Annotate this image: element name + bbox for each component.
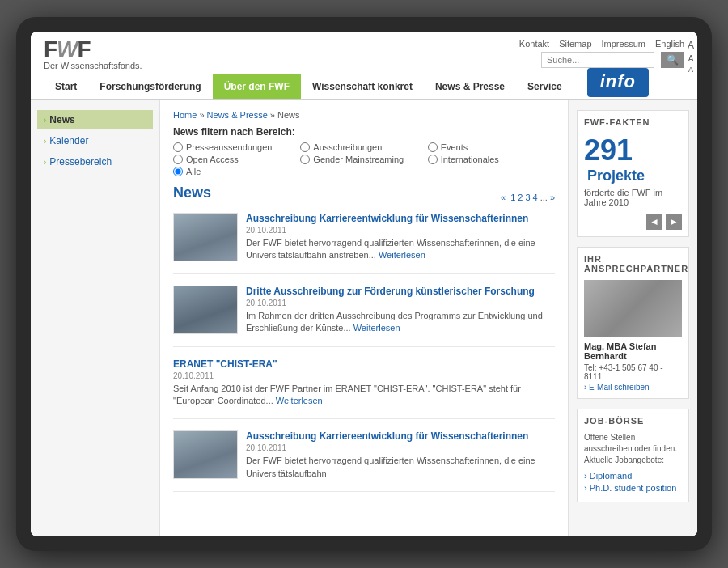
filter-section: News filtern nach Bereich: Presseaussend…: [173, 126, 555, 176]
news-body: ERANET "CHIST-ERA" 20.10.2011 Seit Anfan…: [173, 358, 555, 408]
news-body: Ausschreibung Karriereentwicklung für Wi…: [246, 430, 555, 480]
news-thumb: [173, 430, 238, 479]
page-1[interactable]: 1: [510, 193, 515, 202]
news-item: Ausschreibung Karriereentwicklung für Wi…: [173, 213, 555, 274]
nav-ueber[interactable]: Über den FWF: [213, 74, 301, 99]
fwf-prev-btn[interactable]: ◄: [646, 214, 662, 230]
sidebar-item-news[interactable]: › News: [37, 110, 153, 129]
filter-openaccess[interactable]: Open Access: [173, 155, 300, 164]
english-link[interactable]: English: [655, 39, 684, 49]
contact-photo: [584, 280, 682, 337]
news-date: 20.10.2011: [173, 371, 555, 380]
news-thumb: [173, 213, 238, 261]
news-date: 20.10.2011: [246, 443, 555, 452]
page-3[interactable]: 3: [525, 193, 530, 202]
news-date: 20.10.2011: [246, 299, 555, 307]
job-boerse-title: JOB-BÖRSE: [584, 416, 682, 426]
job-link-phd[interactable]: › Ph.D. student position: [584, 483, 682, 493]
top-right: Kontakt Sitemap Impressum English 🔍: [519, 39, 684, 68]
ansprechpartner-title: IHR ANSPRECHPARTNER: [584, 254, 682, 273]
device-frame: FWF Der Wissenschaftsfonds. Kontakt Site…: [16, 17, 712, 551]
news-text: Der FWF bietet hervorragend qualifiziert…: [246, 455, 555, 480]
fwf-nav-arrows: ◄ ►: [584, 214, 682, 230]
nav-news[interactable]: News & Presse: [424, 74, 516, 99]
arrow-icon: ›: [44, 158, 46, 167]
job-link-diplomand[interactable]: › Diplomand: [584, 471, 682, 481]
page-dots: ...: [540, 193, 548, 202]
breadcrumb-current: News: [277, 110, 300, 120]
page-next[interactable]: »: [550, 193, 555, 202]
weiterlesen-link[interactable]: Weiterlesen: [353, 323, 400, 333]
font-large-btn[interactable]: A: [688, 38, 694, 53]
right-column: FWF-FAKTEN 291 Projekte förderte die FWF…: [568, 100, 697, 536]
news-item: ERANET "CHIST-ERA" 20.10.2011 Seit Anfan…: [173, 358, 555, 420]
filter-gender[interactable]: Gender Mainstreaming: [300, 155, 427, 164]
filter-presseaussendungen[interactable]: Presseaussendungen: [173, 142, 300, 152]
news-text: Im Rahmen der dritten Ausschreibung des …: [246, 310, 555, 335]
logo: FWF: [44, 36, 142, 62]
sitemap-link[interactable]: Sitemap: [559, 39, 591, 49]
sidebar: › News › Kalender › Pressebereich: [31, 100, 160, 536]
page-prev[interactable]: «: [501, 193, 506, 202]
filter-title: News filtern nach Bereich:: [173, 126, 555, 138]
ansprechpartner-widget: IHR ANSPRECHPARTNER Mag. MBA Stefan Bern…: [577, 247, 689, 399]
contact-tel: Tel: +43-1 505 67 40 - 8111: [584, 363, 682, 381]
nav-forschung[interactable]: Forschungsförderung: [88, 74, 212, 99]
weiterlesen-link[interactable]: Weiterlesen: [276, 396, 323, 405]
contact-name: Mag. MBA Stefan Bernhardt: [584, 341, 682, 361]
nav-wissenschaft[interactable]: Wissenschaft konkret: [301, 74, 424, 99]
filter-alle[interactable]: Alle: [173, 167, 300, 176]
main-content: Home » News & Presse » News News filtern…: [160, 100, 568, 536]
news-text: Seit Anfang 2010 ist der FWF Partner im …: [173, 383, 555, 408]
content-area: › News › Kalender › Pressebereich Home »: [31, 100, 697, 536]
pagination: « 1 2 3 4 ... »: [501, 193, 555, 202]
weiterlesen-link[interactable]: Weiterlesen: [379, 250, 425, 260]
logo-sub: Der Wissenschaftsfonds.: [44, 61, 142, 70]
news-title: News: [173, 184, 211, 201]
nav-service[interactable]: Service: [516, 74, 574, 99]
filter-internationales[interactable]: Internationales: [428, 155, 555, 164]
fwf-fakten-widget: FWF-FAKTEN 291 Projekte förderte die FWF…: [577, 110, 689, 237]
fwf-number-area: 291 Projekte: [584, 134, 682, 184]
nav-bar: Start Forschungsförderung Über den FWF W…: [31, 74, 697, 100]
logo-area: FWF Der Wissenschaftsfonds.: [44, 36, 142, 70]
news-title-link[interactable]: Ausschreibung Karriereentwicklung für Wi…: [246, 213, 555, 224]
job-boerse-widget: JOB-BÖRSE Offene Stellen ausschreiben od…: [577, 409, 689, 502]
screen: FWF Der Wissenschaftsfonds. Kontakt Site…: [31, 32, 697, 536]
news-title-link[interactable]: Ausschreibung Karriereentwicklung für Wi…: [246, 430, 555, 442]
news-item: Dritte Ausschreibung zur Förderung künst…: [173, 286, 555, 347]
filter-ausschreibungen[interactable]: Ausschreibungen: [300, 142, 427, 152]
info-badge: info: [587, 68, 649, 97]
contact-email-link[interactable]: › E-Mail schreiben: [584, 383, 682, 392]
sidebar-item-presse[interactable]: › Pressebereich: [37, 152, 153, 172]
page-4[interactable]: 4: [533, 193, 538, 202]
job-text: Offene Stellen ausschreiben oder finden.…: [584, 432, 682, 466]
filter-options: Presseaussendungen Ausschreibungen Event…: [173, 142, 555, 176]
news-date: 20.10.2011: [246, 226, 555, 235]
nav-start[interactable]: Start: [44, 74, 88, 99]
arrow-icon: ›: [44, 137, 46, 146]
filter-events[interactable]: Events: [428, 142, 555, 152]
arrow-icon: ›: [44, 116, 46, 125]
news-body: Ausschreibung Karriereentwicklung für Wi…: [246, 213, 555, 262]
impressum-link[interactable]: Impressum: [602, 39, 645, 49]
breadcrumb-home[interactable]: Home: [173, 110, 197, 120]
font-medium-btn[interactable]: A: [688, 53, 694, 65]
news-title-link[interactable]: ERANET "CHIST-ERA": [173, 358, 555, 370]
fwf-label: Projekte: [587, 167, 645, 184]
fwf-sub: förderte die FWF im Jahre 2010: [584, 188, 682, 207]
search-input[interactable]: [541, 52, 654, 68]
news-thumb: [173, 286, 238, 334]
news-title-link[interactable]: Dritte Ausschreibung zur Förderung künst…: [246, 286, 555, 297]
fwf-next-btn[interactable]: ►: [666, 214, 682, 230]
fwf-fakten-title: FWF-FAKTEN: [584, 117, 682, 127]
breadcrumb-news-presse[interactable]: News & Presse: [207, 110, 268, 120]
search-button[interactable]: 🔍: [661, 52, 684, 68]
news-body: Dritte Ausschreibung zur Förderung künst…: [246, 286, 555, 335]
search-row: 🔍: [541, 52, 684, 68]
sidebar-item-kalender[interactable]: › Kalender: [37, 131, 153, 150]
top-links: Kontakt Sitemap Impressum English: [519, 39, 684, 49]
page-2[interactable]: 2: [518, 193, 523, 202]
kontakt-link[interactable]: Kontakt: [519, 39, 549, 49]
news-list: Ausschreibung Karriereentwicklung für Wi…: [173, 213, 555, 492]
